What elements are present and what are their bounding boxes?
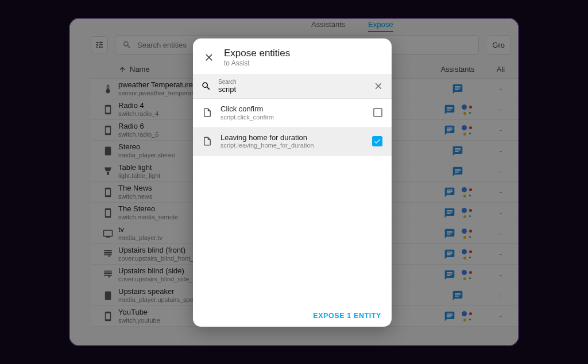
script-icon: [202, 136, 212, 146]
clear-search-button[interactable]: [373, 81, 384, 91]
dialog-title: Expose entities: [224, 48, 290, 59]
option-name: Click confirm: [220, 104, 365, 114]
dialog-subtitle: to Assist: [224, 59, 290, 67]
expose-entities-dialog: Expose entities to Assist Search Click c…: [193, 38, 392, 327]
option-name: Leaving home for duration: [220, 133, 364, 142]
check-icon: [373, 137, 381, 145]
entity-option[interactable]: Click confirmscript.click_confirm: [193, 99, 392, 127]
close-icon: [203, 52, 215, 63]
close-icon: [373, 81, 384, 91]
script-icon: [202, 107, 212, 118]
search-icon: [201, 81, 211, 91]
checkbox-checked[interactable]: [372, 136, 382, 146]
entity-option[interactable]: Leaving home for durationscript.leaving_…: [193, 127, 392, 156]
search-label: Search: [218, 79, 366, 85]
dialog-search-input[interactable]: [218, 85, 366, 94]
expose-action-button[interactable]: EXPOSE 1 ENTITY: [313, 312, 381, 320]
close-button[interactable]: [203, 52, 215, 63]
option-id: script.click_confirm: [220, 114, 365, 121]
option-id: script.leaving_home_for_duration: [220, 142, 364, 149]
checkbox-empty[interactable]: [373, 108, 382, 117]
